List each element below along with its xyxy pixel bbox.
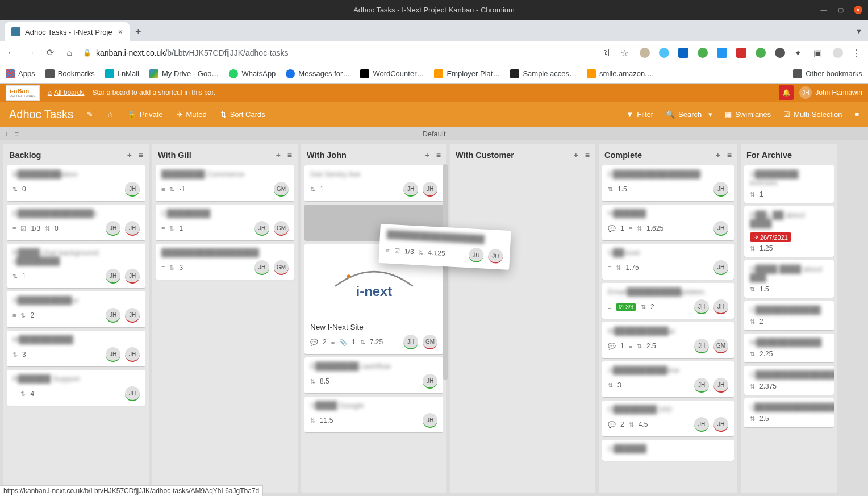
card[interactable]: V████ Google⇅11.5JH: [304, 397, 443, 432]
card[interactable]: E████████ cashflow⇅8.5JH: [304, 357, 443, 393]
browser-tab[interactable]: Adhoc Tasks - I-Next Proje ×: [5, 22, 130, 41]
multiselect-button[interactable]: ☑Multi-Selection: [783, 110, 842, 119]
list-backlog: Backlog+≡ B████████ation⇅0JH E██████████…: [3, 144, 149, 493]
swimlane-menu-icon[interactable]: ≡: [15, 130, 19, 138]
all-boards-link[interactable]: ⌂All boards: [48, 89, 85, 97]
address-bar[interactable]: 🔒 kanban.i-next.co.uk/b/LbtvHJK57CDfjjJJ…: [83, 48, 593, 57]
star-icon[interactable]: ☆: [620, 48, 631, 58]
card[interactable]: M████████████⇅2.25: [744, 334, 834, 362]
card[interactable]: C████████████████⇅2.375: [744, 366, 834, 395]
ext-icon-2[interactable]: [659, 48, 669, 58]
home-button[interactable]: ⌂: [64, 48, 75, 58]
card[interactable]: M██████████⇅3JHJH: [7, 331, 145, 366]
minimize-icon[interactable]: —: [820, 6, 828, 14]
svg-point-0: [347, 274, 350, 278]
card[interactable]: S████████ licenses⇅1: [744, 165, 834, 203]
card[interactable]: N████ ████ about ███⇅1.5: [744, 260, 834, 298]
window-titlebar: Adhoc Tasks - I-Next Project Kanban - Ch…: [0, 0, 868, 20]
privacy-button[interactable]: 🔒Private: [127, 110, 162, 119]
card[interactable]: S██████████or≡⇅2JHJH: [7, 291, 145, 327]
card[interactable]: E██████████████s≡☑1/3⇅0JHJH: [7, 205, 145, 240]
reload-button[interactable]: ⟳: [44, 47, 56, 58]
star-board-button[interactable]: ☆: [107, 110, 114, 119]
add-card-icon[interactable]: +: [425, 151, 429, 160]
tab-close-icon[interactable]: ×: [118, 27, 123, 36]
card[interactable]: C████████≡⇅1JHGM: [156, 205, 294, 240]
chrome-menu-icon[interactable]: ⋮: [852, 48, 862, 58]
bookmark-link[interactable]: Messages for…: [286, 69, 350, 78]
card[interactable]: G██████: [602, 440, 734, 461]
ext-icon-5[interactable]: [717, 48, 727, 58]
card[interactable]: Email██████████pdates≡☑ 3/3⇅2JHJH: [602, 283, 734, 319]
search-button[interactable]: 🔍Search▾: [666, 110, 712, 119]
bookmark-folder[interactable]: Bookmarks: [45, 69, 95, 78]
list-menu-icon[interactable]: ≡: [287, 151, 292, 160]
list-menu-icon[interactable]: ≡: [727, 151, 732, 160]
ext-icon-linkedin[interactable]: [678, 48, 688, 58]
ext-icon-8[interactable]: [775, 48, 785, 58]
card[interactable]: E████████████████l⇅1.5JH: [602, 165, 734, 201]
cast-icon[interactable]: ▣: [813, 48, 824, 58]
user-name: John Hannawin: [815, 89, 862, 97]
card[interactable]: R████.chat background c████████⇅1JHJH: [7, 244, 145, 288]
list-menu-icon[interactable]: ≡: [436, 151, 441, 160]
muted-button[interactable]: ✈Muted: [177, 110, 207, 119]
card[interactable]: ████████ Commerce≡⇅-1GM: [156, 165, 294, 201]
bookmark-link[interactable]: WordCounter…: [360, 69, 424, 78]
add-card-icon[interactable]: +: [574, 151, 578, 160]
bell-icon: 🔔: [782, 89, 791, 97]
extensions-icon[interactable]: ✦: [794, 48, 804, 58]
card[interactable]: L████████████████⇅2.5: [744, 398, 834, 427]
bookmark-link[interactable]: My Drive - Goo…: [149, 69, 219, 78]
sort-cards-button[interactable]: ⇅Sort Cards: [220, 110, 265, 119]
card[interactable]: M██████████ar💬1≡⇅2.5JHGM: [602, 322, 734, 358]
card[interactable]: S██lover≡⇅1.75JH: [602, 244, 734, 280]
add-card-icon[interactable]: +: [127, 151, 132, 160]
window-close-icon[interactable]: ✕: [854, 6, 862, 14]
card[interactable]: N██████💬1≡⇅1.625JH: [602, 205, 734, 240]
filter-button[interactable]: ▼Filter: [626, 110, 653, 119]
swimlanes-button[interactable]: ▦Swimlanes: [725, 110, 771, 119]
add-card-icon[interactable]: +: [276, 151, 281, 160]
bookmark-link[interactable]: i-nMail: [105, 69, 139, 78]
edit-title-button[interactable]: ✎: [87, 110, 93, 119]
card[interactable]: A██████████line⇅3JHJH: [602, 361, 734, 397]
other-bookmarks[interactable]: Other bookmarks: [793, 69, 862, 78]
dragging-card[interactable]: ██████████████████ ≡☑1/3⇅4.125JHJH: [378, 224, 511, 270]
user-menu[interactable]: JH John Hannawin: [799, 86, 862, 99]
list-scrollbar[interactable]: [443, 164, 448, 380]
bookmark-link[interactable]: smile.amazon.…: [587, 69, 654, 78]
list-menu-icon[interactable]: ≡: [139, 151, 143, 160]
card[interactable]: R██████ Support≡⇅4JH: [7, 370, 145, 406]
ext-icon-7[interactable]: [756, 48, 766, 58]
card[interactable]: ██████████████████≡⇅3JHGM: [156, 244, 294, 280]
checklist-badge: ☑ 3/3: [616, 303, 636, 311]
ext-icon-1[interactable]: [640, 48, 650, 58]
comments-icon: 💬: [310, 339, 318, 346]
bookmark-link[interactable]: Sample acces…: [510, 69, 577, 78]
list-menu-icon[interactable]: ≡: [585, 151, 590, 160]
new-tab-button[interactable]: +: [135, 26, 141, 41]
card[interactable]: B████████ation⇅0JH: [7, 165, 145, 201]
card[interactable]: C████████████⇅2: [744, 301, 834, 330]
bookmark-link[interactable]: WhatsApp: [229, 69, 276, 78]
back-button[interactable]: ←: [6, 48, 17, 58]
apps-button[interactable]: Apps: [6, 69, 35, 78]
add-swimlane-icon[interactable]: +: [5, 130, 9, 138]
bookmark-link[interactable]: Employer Plat…: [434, 69, 500, 78]
card[interactable]: D████████ DID💬2⇅4.5JHJH: [602, 401, 734, 436]
card[interactable]: 👁Get Sentry live⇅1JHJH: [304, 165, 443, 201]
search-icon: 🔍: [666, 110, 675, 119]
notifications-button[interactable]: 🔔: [779, 85, 794, 100]
ext-icon-6[interactable]: [736, 48, 746, 58]
ext-icon-4[interactable]: [698, 48, 708, 58]
add-card-icon[interactable]: +: [716, 151, 720, 160]
key-icon[interactable]: ⚿: [601, 48, 611, 58]
card[interactable]: R██g ██ about ████➜ 26/7/2021⇅1.25: [744, 206, 834, 257]
board-menu-button[interactable]: ≡: [854, 110, 859, 119]
tabstrip-menu-icon[interactable]: ▾: [857, 26, 861, 36]
app-logo[interactable]: i-nBanPROJECTWARE: [6, 85, 40, 101]
list-with-customer: With Customer+≡: [450, 144, 595, 493]
maximize-icon[interactable]: ▢: [837, 6, 845, 14]
profile-icon[interactable]: [833, 48, 843, 58]
